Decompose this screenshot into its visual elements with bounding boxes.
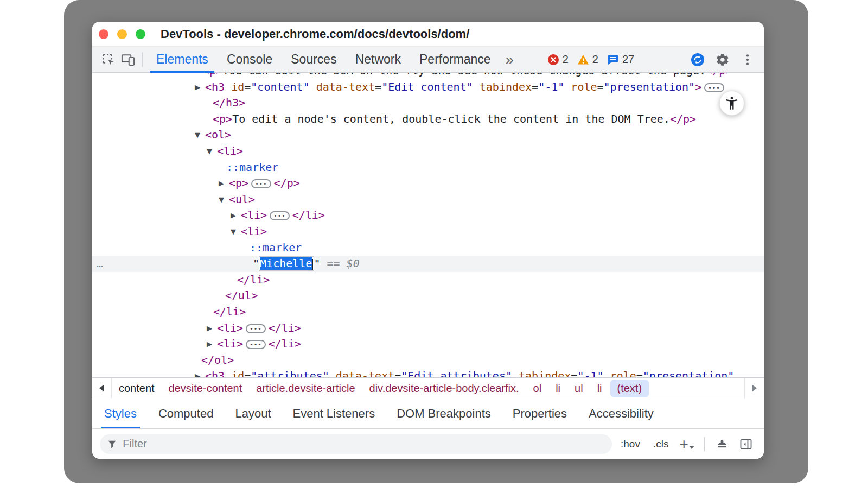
breadcrumb-item-ol[interactable]: ol bbox=[526, 382, 549, 395]
breadcrumb-list: contentdevsite-contentarticle.devsite-ar… bbox=[112, 378, 744, 399]
dom-tree-row[interactable]: ▶<h3 id="content" data-text="Edit conten… bbox=[92, 79, 764, 96]
tag-token: <li> bbox=[241, 225, 267, 238]
dom-tree-row[interactable]: </ol> bbox=[92, 352, 764, 369]
more-tabs-button[interactable]: » bbox=[500, 48, 519, 72]
tag-token: </li> bbox=[213, 305, 246, 318]
tab-sources[interactable]: Sources bbox=[282, 47, 346, 73]
filter-input[interactable] bbox=[123, 438, 605, 450]
breadcrumb-scroll-left-button[interactable] bbox=[92, 378, 112, 399]
breadcrumb-item-li[interactable]: li bbox=[548, 382, 567, 395]
dom-tree-row[interactable]: ▶<h3 id="attributes" data-text="Edit att… bbox=[92, 368, 764, 377]
breadcrumb-scroll-right-button[interactable] bbox=[744, 378, 764, 399]
dom-tree-row[interactable]: ▶<li>•••</li> bbox=[92, 336, 764, 352]
dom-tree-row[interactable]: ▶<li>•••</li> bbox=[92, 207, 764, 224]
breadcrumb-item-text[interactable]: (text) bbox=[610, 380, 649, 397]
dom-tree-row[interactable]: ::marker bbox=[92, 160, 764, 176]
issues-icon bbox=[607, 54, 619, 66]
attribute-value: "content" bbox=[251, 80, 309, 93]
tab-performance[interactable]: Performance bbox=[410, 47, 500, 73]
inline-expand-icon[interactable]: ••• bbox=[270, 211, 289, 220]
minimize-window-button[interactable] bbox=[117, 29, 127, 39]
dom-tree-row[interactable]: <p>To edit a node's content, double-clic… bbox=[92, 111, 764, 128]
dom-tree-row[interactable]: </li> bbox=[92, 304, 764, 320]
inline-expand-icon[interactable]: ••• bbox=[246, 340, 265, 349]
kebab-menu-icon bbox=[741, 53, 755, 67]
element-classes-button[interactable]: .cls bbox=[649, 438, 673, 450]
tag-token: <ul> bbox=[229, 193, 255, 206]
tag-token: <p> bbox=[203, 73, 222, 77]
dom-tree-row[interactable]: </ul> bbox=[92, 288, 764, 304]
breadcrumb-item-ul[interactable]: ul bbox=[567, 382, 590, 395]
expanded-arrow-icon[interactable]: ▼ bbox=[219, 192, 224, 208]
panel-tab-dom-breakpoints[interactable]: DOM Breakpoints bbox=[386, 399, 502, 428]
toggle-sidebar-button[interactable] bbox=[736, 434, 756, 454]
collapsed-arrow-icon[interactable]: ▶ bbox=[195, 79, 200, 96]
panel-tab-accessibility[interactable]: Accessibility bbox=[578, 399, 665, 428]
breadcrumb-item-li[interactable]: li bbox=[590, 382, 609, 395]
toggle-element-state-button[interactable]: :hov bbox=[616, 438, 644, 450]
tab-console[interactable]: Console bbox=[218, 47, 282, 73]
screenshot-backdrop: DevTools - developer.chrome.com/docs/dev… bbox=[64, 0, 808, 483]
breadcrumb-item-article-devsite-article[interactable]: article.devsite-article bbox=[249, 382, 362, 395]
device-toolbar-button[interactable] bbox=[118, 50, 138, 69]
breadcrumb-item-div-devsite-article-body-clearfix[interactable]: div.devsite-article-body.clearfix. bbox=[362, 382, 526, 395]
text-node: To edit a node's content, double-click t… bbox=[232, 112, 670, 125]
collapsed-arrow-icon[interactable]: ▶ bbox=[231, 207, 236, 224]
dom-tree-row[interactable]: ▼<li> bbox=[92, 224, 764, 240]
collapsed-arrow-icon[interactable]: ▶ bbox=[207, 336, 212, 352]
tag-token: <li> bbox=[217, 321, 243, 334]
inline-expand-icon[interactable]: ••• bbox=[251, 179, 271, 188]
collapsed-arrow-icon[interactable]: ▶ bbox=[207, 320, 212, 337]
dom-tree[interactable]: <p>You can edit the DOM on the fly and s… bbox=[92, 73, 764, 377]
breadcrumb-item-devsite-content[interactable]: devsite-content bbox=[162, 382, 250, 395]
close-window-button[interactable] bbox=[99, 29, 108, 39]
panel-tab-event-listeners[interactable]: Event Listeners bbox=[282, 399, 386, 428]
dom-tree-row[interactable]: …"Michelle" == $0 bbox=[92, 256, 764, 272]
warning-count: 2 bbox=[592, 53, 598, 66]
settings-button[interactable] bbox=[713, 50, 732, 69]
expanded-arrow-icon[interactable]: ▼ bbox=[231, 224, 236, 240]
panel-tab-layout[interactable]: Layout bbox=[224, 399, 282, 428]
tab-elements[interactable]: Elements bbox=[147, 47, 218, 73]
attribute-value: "-1" bbox=[538, 80, 564, 93]
errors-badge[interactable]: 2 bbox=[547, 53, 569, 66]
node-overflow-menu-icon[interactable]: … bbox=[97, 256, 104, 272]
dom-tree-row[interactable]: ▶<p>•••</p> bbox=[92, 175, 764, 192]
issues-badge[interactable]: 27 bbox=[607, 53, 634, 66]
panel-tab-properties[interactable]: Properties bbox=[502, 399, 578, 428]
inline-expand-icon[interactable]: ••• bbox=[704, 83, 724, 92]
dom-tree-row[interactable]: ▼<ul> bbox=[92, 192, 764, 208]
panel-tab-styles[interactable]: Styles bbox=[93, 399, 148, 428]
dom-tree-row[interactable]: ::marker bbox=[92, 240, 764, 256]
dom-tree-row[interactable]: </li> bbox=[92, 272, 764, 288]
attribute-name: data-text bbox=[329, 369, 394, 377]
inspect-element-button[interactable] bbox=[99, 50, 118, 69]
expanded-arrow-icon[interactable]: ▼ bbox=[195, 127, 200, 143]
devtools-tab-strip: ElementsConsoleSourcesNetworkPerformance bbox=[147, 47, 500, 73]
warnings-badge[interactable]: 2 bbox=[577, 53, 598, 66]
panel-tab-computed[interactable]: Computed bbox=[148, 399, 225, 428]
dom-tree-row[interactable]: ▼<ol> bbox=[92, 127, 764, 143]
dom-tree-row[interactable]: </h3> bbox=[92, 95, 764, 111]
dom-tree-row[interactable]: ▼<li> bbox=[92, 143, 764, 160]
new-style-rule-button[interactable]: + bbox=[677, 437, 696, 451]
sync-button[interactable] bbox=[688, 50, 707, 69]
filter-field[interactable] bbox=[100, 434, 612, 454]
main-menu-button[interactable] bbox=[738, 50, 757, 69]
inline-expand-icon[interactable]: ••• bbox=[246, 324, 265, 333]
expanded-arrow-icon[interactable]: ▼ bbox=[207, 143, 212, 160]
tab-network[interactable]: Network bbox=[346, 47, 410, 73]
inline-text-editor[interactable]: Michelle bbox=[259, 257, 314, 270]
accessibility-fab-button[interactable] bbox=[719, 91, 744, 116]
attribute-name: role bbox=[604, 369, 636, 377]
dom-tree-row[interactable]: ▶<li>•••</li> bbox=[92, 320, 764, 337]
collapsed-arrow-icon[interactable]: ▶ bbox=[219, 175, 224, 192]
chevron-right-icon bbox=[752, 384, 757, 392]
stamp-tool-button[interactable] bbox=[712, 434, 732, 454]
inspect-icon bbox=[101, 52, 116, 67]
breadcrumb-item-content[interactable]: content bbox=[112, 382, 162, 395]
dom-tree-row[interactable]: <p>You can edit the DOM on the fly and s… bbox=[92, 73, 764, 79]
zoom-window-button[interactable] bbox=[136, 29, 145, 39]
collapsed-arrow-icon[interactable]: ▶ bbox=[195, 368, 200, 377]
tag-token: </li> bbox=[269, 337, 301, 350]
